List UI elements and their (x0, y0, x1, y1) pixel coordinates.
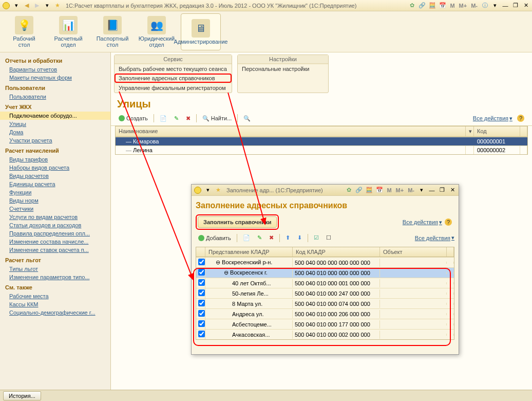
section-tab-admin[interactable]: 🖥Администрирование (181, 13, 221, 50)
dialog-link-icon[interactable]: 🔗 (355, 186, 363, 194)
panel-item[interactable]: Выбрать рабочее место текущего сеанса (115, 64, 232, 74)
fill-button[interactable]: Заполнить справочники (198, 216, 277, 228)
star-icon[interactable]: ★ (53, 2, 62, 10)
table-row[interactable]: — Ленина000000002 (116, 145, 527, 154)
col-header[interactable]: Объект (380, 247, 447, 257)
col-header[interactable]: Код (474, 126, 520, 136)
col-header[interactable]: Наименование (116, 126, 466, 136)
sidebar-item[interactable]: Рабочие места (0, 292, 110, 300)
sidebar-item[interactable]: Статьи доходов и расходов (0, 221, 110, 229)
row-checkbox[interactable] (198, 289, 205, 296)
table-row[interactable]: — Комарова000000001 (116, 137, 527, 145)
sidebar-item[interactable]: Правила распределения опл... (0, 229, 110, 238)
col-header[interactable]: Представление КЛАДР (205, 247, 293, 257)
dialog-close-icon[interactable]: ✕ (448, 186, 457, 194)
copy-button[interactable]: 📄 (157, 114, 169, 123)
m-plus-icon[interactable]: M+ (459, 3, 467, 9)
sidebar-item[interactable]: Виды норм (0, 196, 110, 205)
sidebar-item[interactable]: Варианты отчетов (0, 65, 110, 74)
row-checkbox[interactable] (198, 331, 205, 337)
dropdown2-icon[interactable]: ▾ (43, 2, 51, 10)
info-icon[interactable]: ⓘ (481, 2, 489, 10)
m-icon[interactable]: M (450, 3, 454, 9)
dialog-dd-icon[interactable]: ▾ (204, 186, 212, 194)
panel-item[interactable]: Заполнение адресных справочников (115, 74, 232, 83)
sidebar-item[interactable]: Дома (0, 128, 110, 136)
sidebar-item[interactable]: Участки расчета (0, 136, 110, 144)
dialog-mplus-icon[interactable]: M+ (396, 187, 404, 193)
dialog-cal-icon[interactable]: 📅 (375, 186, 384, 194)
sidebar-item[interactable]: Социально-демографические г... (0, 308, 110, 317)
section-tab-legal[interactable]: 👥Юридическийотдел (137, 13, 177, 50)
check-all-button[interactable]: ☑ (311, 233, 321, 243)
sidebar-item[interactable]: Виды расчетов (0, 172, 110, 180)
sidebar-item[interactable]: Улицы (0, 120, 110, 128)
nav-back-icon[interactable]: ◀ (23, 2, 31, 10)
col-check[interactable] (196, 247, 205, 257)
maximize-icon[interactable]: ❐ (511, 2, 520, 10)
table-row[interactable]: ⊖ Воскресенский р-н.500 040 000 000 000 … (196, 257, 454, 267)
row-checkbox[interactable] (198, 320, 205, 327)
find-button[interactable]: 🔍Найти... (200, 114, 235, 123)
minimize-icon[interactable]: — (501, 2, 509, 10)
sidebar-item[interactable]: Макеты печатных форм (0, 74, 110, 82)
all-actions-link[interactable]: Все действия ▾ (473, 115, 512, 122)
dialog-star-icon[interactable]: ★ (214, 186, 222, 194)
panel-item[interactable]: Управление фискальным регистратором (115, 83, 232, 93)
section-tab-passport[interactable]: 📘Паспортныйстол (92, 13, 132, 50)
dialog-min-icon[interactable]: — (428, 186, 436, 194)
streets-grid[interactable]: Наименование▾Код— Комарова000000001— Лен… (115, 126, 528, 155)
dialog-all-actions[interactable]: Все действия ▾ (403, 219, 442, 226)
sidebar-item[interactable]: Изменение ставок расчета п... (0, 246, 110, 254)
history-button[interactable]: История... (3, 391, 41, 400)
table-row[interactable]: 50-летия Ле...500 040 010 000 247 000 00… (196, 288, 454, 298)
m-copy-button[interactable]: 📄 (240, 233, 253, 243)
kladr-grid[interactable]: Представление КЛАДРКод КЛАДРОбъект⊖ Воск… (196, 247, 454, 340)
create-button[interactable]: Создать (116, 114, 150, 123)
table-row[interactable]: Ачкасовская...500 040 010 000 002 000 00… (196, 329, 454, 339)
dialog-calc-icon[interactable]: 🧮 (365, 186, 373, 194)
col-header[interactable]: Код КЛАДР (293, 247, 380, 257)
move-down-button[interactable]: ⬇ (295, 233, 305, 243)
dropdown3-icon[interactable]: ▾ (491, 2, 499, 10)
sidebar-item[interactable]: Подключаемое оборудо... (0, 112, 110, 120)
sidebar-item[interactable]: Изменение состава начисле... (0, 238, 110, 246)
dialog-help-button[interactable]: ? (442, 217, 454, 227)
dialog-dd2-icon[interactable]: ▾ (417, 186, 426, 194)
row-checkbox[interactable] (198, 310, 205, 317)
sidebar-item[interactable]: Типы льгот (0, 265, 110, 273)
row-checkbox[interactable] (198, 269, 205, 276)
row-checkbox[interactable] (198, 279, 205, 286)
nav-fwd-icon[interactable]: ▶ (33, 2, 41, 10)
calc-icon[interactable]: 🧮 (428, 2, 436, 10)
table-row[interactable]: Асбестоцеме...500 040 010 000 177 000 00… (196, 319, 454, 329)
dialog-all-actions2[interactable]: Все действия ▾ (415, 234, 454, 241)
section-tab-desktop[interactable]: 💡Рабочийстол (4, 13, 44, 50)
edit-button[interactable]: ✎ (172, 114, 181, 123)
link-icon[interactable]: 🔗 (418, 2, 426, 10)
clear-filter-button[interactable]: 🔍 (241, 114, 253, 123)
row-checkbox[interactable] (198, 300, 205, 306)
calendar-icon[interactable]: 📅 (439, 2, 447, 10)
section-tab-calc-dept[interactable]: 📊Расчетныйотдел (48, 13, 88, 50)
row-checkbox[interactable] (198, 259, 205, 265)
fav-add-icon[interactable]: ✿ (408, 2, 416, 10)
sidebar-item[interactable]: Наборы видов расчета (0, 163, 110, 172)
sidebar-item[interactable]: Единицы расчета (0, 180, 110, 188)
panel-item[interactable]: Персональные настройки (238, 64, 328, 74)
m-delete-button[interactable]: ✖ (267, 233, 276, 243)
sidebar-item[interactable]: Виды тарифов (0, 155, 110, 163)
m-minus-icon[interactable]: M- (471, 3, 478, 9)
help-button[interactable]: ? (515, 113, 527, 123)
delete-button[interactable]: ✖ (183, 114, 193, 123)
dialog-mminus-icon[interactable]: M- (408, 187, 414, 193)
table-row[interactable]: ⊖ Воскресенск г.500 040 010 000 000 000 … (196, 267, 454, 278)
sidebar-item[interactable]: Кассы ККМ (0, 300, 110, 308)
sidebar-item[interactable]: Пользователи (0, 93, 110, 101)
add-button[interactable]: Добавить (196, 233, 234, 243)
m-edit-button[interactable]: ✎ (255, 233, 264, 243)
close-icon[interactable]: ✕ (522, 2, 530, 10)
dialog-m-icon[interactable]: M (387, 187, 391, 193)
dropdown-icon[interactable]: ▾ (12, 2, 21, 10)
table-row[interactable]: Андреса ул.500 040 010 000 206 000 000 (196, 308, 454, 319)
